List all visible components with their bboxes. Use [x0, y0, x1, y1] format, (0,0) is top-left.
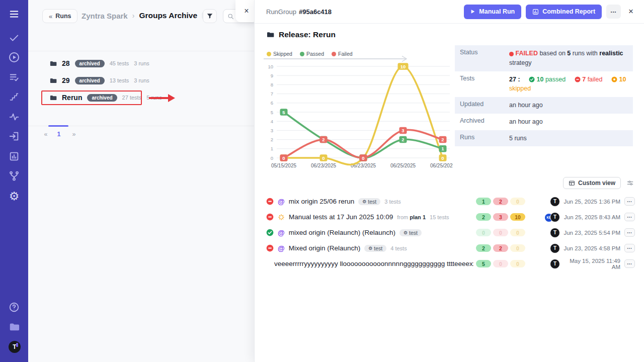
svg-text:2: 2: [271, 137, 273, 142]
user-avatar[interactable]: T: [9, 341, 21, 353]
gear-icon: ⚙: [404, 230, 408, 235]
run-name[interactable]: veeeerrrrryyyyyyyyyy llooooooooooonnnnng…: [274, 260, 473, 267]
branch-icon[interactable]: [8, 170, 20, 182]
run-row[interactable]: veeeerrrrryyyyyyyyyy llooooooooooonnnnng…: [266, 256, 636, 272]
svg-text:9: 9: [271, 73, 273, 78]
legend-label: Passed: [306, 51, 324, 57]
svg-text:0: 0: [271, 155, 273, 161]
legend-label: Skipped: [273, 51, 292, 57]
rungroup-drawer: RunGroup #95a6c418 Manual Run Combined R…: [254, 0, 644, 362]
more-icon: •••: [627, 215, 632, 219]
run-name[interactable]: mix origin 25/06 rerun: [289, 198, 355, 205]
legend-label: Failed: [338, 51, 353, 57]
pagination-prev[interactable]: «: [41, 131, 50, 138]
analytics-icon[interactable]: [8, 150, 20, 162]
chart-line-failed: [284, 130, 443, 158]
projects-folder-icon[interactable]: [8, 321, 20, 333]
chart-legend: SkippedPassedFailed: [267, 51, 353, 57]
passed-pill: 2: [476, 213, 491, 221]
skipped-pill: 0: [510, 244, 525, 252]
manual-run-icon: [278, 214, 285, 221]
run-more-button[interactable]: •••: [624, 259, 635, 268]
list-toolbar: Custom view: [563, 177, 634, 189]
settings-gear-icon[interactable]: ⚙: [8, 190, 20, 202]
run-more-button[interactable]: •••: [624, 197, 635, 206]
legend-item-failed[interactable]: Failed: [332, 51, 353, 57]
run-play-icon[interactable]: [8, 51, 20, 63]
detail-row-updated: Updated an hour ago: [455, 97, 633, 114]
menu-icon[interactable]: [8, 8, 20, 20]
run-result-pills: 2 3 10: [476, 213, 525, 221]
more-icon: •••: [627, 200, 632, 203]
run-more-button[interactable]: •••: [624, 213, 635, 221]
archived-badge: archived: [75, 77, 105, 84]
legend-dot: [332, 52, 336, 56]
tasks-check-icon[interactable]: [8, 32, 20, 44]
drawer-close-button[interactable]: ×: [628, 7, 633, 17]
avatar: T: [550, 259, 560, 269]
run-date: Jun 25, 2025 1:36 PM: [561, 199, 620, 205]
svg-text:06/25/2025: 06/25/2025: [390, 163, 416, 168]
chart-point-label: 2: [399, 136, 407, 143]
avatar-accent: [16, 343, 18, 347]
group-row-rerun[interactable]: Rerun archived 27 tests 5 runs: [28, 89, 254, 106]
group-row-29[interactable]: 29 archived 13 tests 3 runs: [28, 72, 254, 89]
run-row[interactable]: @ mix origin 25/06 rerun ⚙test 3 tests 1…: [266, 194, 636, 209]
group-name: 29: [62, 76, 70, 84]
svg-text:5: 5: [282, 110, 285, 115]
combined-report-button[interactable]: Combined Report: [526, 5, 602, 19]
run-name[interactable]: mixed origin (Relaunch) (Relaunch): [289, 229, 395, 236]
rungroup-title-text: Release: Rerun: [279, 30, 336, 39]
failed-pill: 2: [493, 198, 508, 205]
run-date: May 15, 2025 11:49 AM: [561, 258, 620, 270]
svg-text:06/25/2025: 06/25/2025: [430, 163, 453, 168]
funnel-icon: [206, 13, 213, 20]
list-check-icon[interactable]: [8, 71, 20, 83]
rungroup-id: #95a6c418: [299, 8, 332, 16]
run-result-pills: 2 2 0: [476, 244, 525, 252]
custom-view-button[interactable]: Custom view: [563, 177, 621, 189]
run-more-button[interactable]: •••: [624, 244, 635, 252]
run-result-pills: 0 0 0: [476, 229, 525, 236]
breadcrumb-project[interactable]: Zyntra Spark: [82, 12, 128, 20]
run-name[interactable]: Mixed origin (Relaunch): [289, 244, 361, 252]
detail-label: Tests: [460, 75, 509, 94]
avatar: T: [550, 197, 560, 207]
pagination-page-1[interactable]: 1: [54, 131, 63, 138]
failed-status-icon: [266, 198, 274, 205]
passed-pill: 1: [476, 198, 491, 205]
group-name: 28: [62, 59, 70, 67]
run-row[interactable]: Manual tests at 17 Jun 2025 10:09 from p…: [266, 209, 636, 225]
avatar: T: [550, 243, 560, 253]
passed-status-icon: [266, 229, 274, 236]
breadcrumb-separator: ›: [132, 12, 135, 20]
run-name[interactable]: Manual tests at 17 Jun 2025 10:09: [289, 213, 393, 221]
run-row[interactable]: @ Mixed origin (Relaunch) ⚙test 4 tests …: [266, 240, 636, 256]
svg-text:10: 10: [268, 64, 273, 69]
manual-run-button[interactable]: Manual Run: [464, 5, 521, 19]
skipped-pill: 0: [510, 198, 525, 205]
steps-icon[interactable]: [8, 91, 20, 103]
legend-item-passed[interactable]: Passed: [300, 51, 324, 57]
chart-point-label: 10: [398, 63, 409, 70]
filters-sliders-icon[interactable]: [626, 179, 634, 187]
chart-line-passed: [284, 112, 443, 158]
more-icon: •••: [627, 246, 632, 250]
run-date: Jun 23, 2025 5:54 PM: [561, 230, 620, 236]
group-row-28[interactable]: 28 archived 45 tests 3 runs: [28, 55, 254, 72]
detail-row-status: Status FAILED based on 5 runs with reali…: [455, 45, 633, 71]
import-icon[interactable]: [8, 130, 20, 142]
chart-point-label: 5: [280, 109, 288, 116]
run-row[interactable]: @ mixed origin (Relaunch) (Relaunch) ⚙te…: [266, 225, 636, 240]
folder-icon: [49, 60, 57, 67]
automated-run-icon: @: [278, 229, 285, 237]
filter-button[interactable]: [203, 9, 217, 23]
drawer-more-button[interactable]: •••: [606, 5, 621, 19]
pagination-next[interactable]: »: [69, 131, 78, 138]
back-to-runs-button[interactable]: « Runs: [42, 9, 77, 23]
avatar: T: [550, 212, 560, 222]
legend-item-skipped[interactable]: Skipped: [267, 51, 292, 57]
help-icon[interactable]: [8, 301, 20, 313]
run-more-button[interactable]: •••: [624, 228, 635, 237]
pulse-icon[interactable]: [8, 111, 20, 123]
